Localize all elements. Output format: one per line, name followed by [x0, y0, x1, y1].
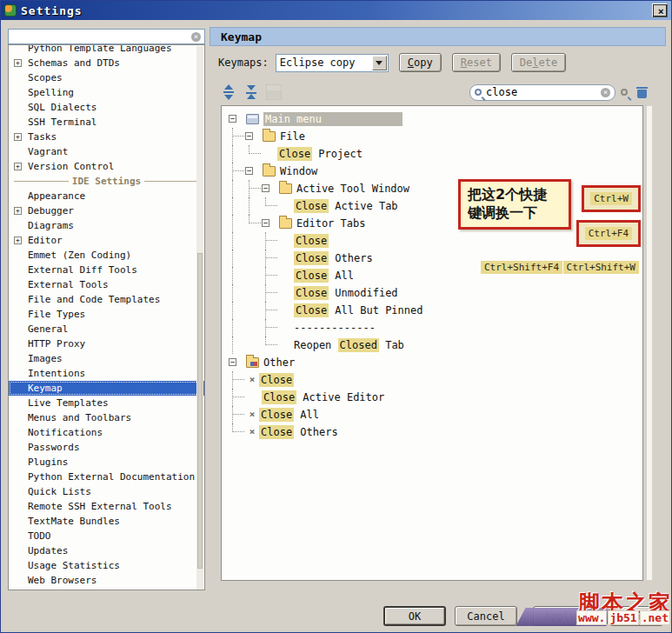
sidebar-item-file-and-code-templates[interactable]: File and Code Templates — [9, 292, 204, 307]
sidebar-item-version-control[interactable]: +Version Control — [9, 159, 204, 174]
action-search-input[interactable] — [482, 85, 601, 99]
shortcut-ctrl-shift-f4: Ctrl+Shift+F4 — [481, 261, 562, 274]
title-bar[interactable]: Settings × — [1, 1, 671, 20]
sidebar-item-plugins[interactable]: Plugins — [9, 455, 204, 470]
tree-row[interactable]: ×Close — [229, 371, 642, 389]
collapse-minus-icon[interactable]: − — [262, 184, 269, 192]
remove-x-icon: × — [245, 371, 259, 389]
sidebar-item-general[interactable]: General — [9, 322, 204, 336]
tree-row[interactable]: −Other — [229, 354, 642, 371]
keymaps-bar: Keymaps: Eclipse copy Copy Reset Delete — [210, 51, 666, 74]
sidebar-item-python-external-documentation[interactable]: Python External Documentation — [9, 470, 204, 484]
expand-plus-icon[interactable]: + — [14, 59, 22, 67]
sidebar-item-ssh-terminal[interactable]: SSH Terminal — [9, 115, 204, 130]
find-by-shortcut-icon[interactable] — [621, 89, 628, 96]
window-close-button[interactable]: × — [652, 3, 668, 17]
sidebar-item-http-proxy[interactable]: HTTP Proxy — [9, 336, 204, 351]
settings-search-input[interactable] — [12, 30, 191, 43]
tree-row[interactable]: −Window — [229, 163, 642, 180]
sidebar-item-debugger[interactable]: +Debugger — [9, 203, 204, 218]
clear-search-icon[interactable]: × — [191, 32, 201, 42]
sidebar-item-label: Spelling — [28, 87, 74, 98]
tree-row[interactable]: −File — [229, 128, 642, 145]
tree-row[interactable]: Close All But Pinned — [229, 302, 642, 319]
copy-button[interactable]: Copy — [399, 53, 442, 72]
sidebar-scrollbar[interactable] — [196, 46, 203, 590]
settings-search-box[interactable]: × — [8, 29, 205, 44]
keymap-action-tree: −Main menu−FileClose Project−Window−Acti… — [221, 105, 643, 581]
sidebar-item-updates[interactable]: Updates — [9, 543, 204, 558]
collapse-minus-icon[interactable]: − — [245, 167, 253, 175]
ok-button[interactable]: OK — [383, 606, 446, 626]
expand-all-icon[interactable] — [221, 84, 236, 100]
tree-row[interactable]: Close Unmodified — [229, 284, 642, 302]
tree-row[interactable]: Reopen Closed Tab — [229, 336, 642, 354]
sidebar-item-textmate-bundles[interactable]: TextMate Bundles — [9, 514, 204, 529]
sidebar-item-quick-lists[interactable]: Quick Lists — [9, 484, 204, 499]
sidebar-item-appearance[interactable]: Appearance — [9, 189, 204, 203]
collapse-minus-icon[interactable]: − — [245, 132, 253, 140]
sidebar-item-live-templates[interactable]: Live Templates — [9, 396, 204, 410]
sidebar-item-emmet-zen-coding-[interactable]: Emmet (Zen Coding) — [9, 248, 204, 263]
sidebar-item-vagrant[interactable]: Vagrant — [9, 144, 204, 159]
tree-row-label: ------------- — [294, 322, 376, 334]
sidebar-item-menus-and-toolbars[interactable]: Menus and Toolbars — [9, 410, 204, 425]
sidebar-scrollbar-thumb[interactable] — [197, 253, 203, 569]
sidebar-item-editor[interactable]: +Editor — [9, 233, 204, 248]
collapse-minus-icon[interactable]: − — [262, 219, 269, 227]
sidebar-item-remote-ssh-external-tools[interactable]: Remote SSH External Tools — [9, 499, 204, 514]
keymap-toolbar: × — [221, 83, 666, 102]
tree-row[interactable]: Close Active Editor — [229, 389, 642, 406]
collapse-minus-icon[interactable]: − — [229, 115, 236, 123]
delete-button[interactable]: Delete — [511, 53, 566, 72]
sidebar-item-passwords[interactable]: Passwords — [9, 440, 204, 455]
sidebar-item-label: Schemas and DTDs — [28, 57, 120, 69]
tree-row[interactable]: ×Close Others — [229, 423, 642, 441]
folder-icon — [263, 131, 276, 142]
sidebar-item-file-types[interactable]: File Types — [9, 307, 204, 322]
tree-scrollbar[interactable] — [646, 105, 653, 581]
tree-row-label: Editor Tabs — [296, 217, 365, 230]
sidebar-item-external-diff-tools[interactable]: External Diff Tools — [9, 263, 204, 277]
sidebar-item-schemas-and-dtds[interactable]: +Schemas and DTDs — [9, 56, 204, 70]
tree-row[interactable]: −Main menu — [229, 110, 642, 128]
sidebar-item-sql-dialects[interactable]: SQL Dialects — [9, 100, 204, 115]
keymap-select[interactable]: Eclipse copy — [276, 54, 389, 72]
cancel-button[interactable]: Cancel — [455, 606, 517, 626]
tree-row[interactable]: Close Project — [229, 145, 642, 163]
tree-row[interactable]: ------------- — [229, 319, 642, 336]
sidebar-item-scopes[interactable]: Scopes — [9, 70, 204, 85]
sidebar-item-label: Remote SSH External Tools — [28, 501, 172, 512]
sidebar-item-intentions[interactable]: Intentions — [9, 366, 204, 381]
clear-action-search-icon[interactable]: × — [601, 88, 610, 97]
expand-plus-icon[interactable]: + — [14, 237, 22, 244]
sidebar-item-web-browsers[interactable]: Web Browsers — [9, 573, 204, 588]
sidebar-item-diagrams[interactable]: Diagrams — [9, 218, 204, 233]
sidebar-item-images[interactable]: Images — [9, 351, 204, 366]
expand-plus-icon[interactable]: + — [14, 163, 22, 170]
sidebar-item-spelling[interactable]: Spelling — [9, 85, 204, 100]
sidebar-item-notifications[interactable]: Notifications — [9, 425, 204, 440]
sidebar-item-label: HTTP Proxy — [28, 338, 85, 350]
action-search-box[interactable]: × — [469, 84, 615, 101]
expand-plus-icon[interactable]: + — [14, 207, 22, 215]
tree-row[interactable]: −Active Tool Window — [229, 180, 642, 197]
tree-row-label: Close Unmodified — [294, 287, 398, 299]
collapse-all-icon[interactable] — [243, 84, 259, 100]
chevron-down-icon[interactable] — [372, 56, 387, 70]
sidebar-item-external-tools[interactable]: External Tools — [9, 277, 204, 292]
expand-plus-icon[interactable]: + — [14, 133, 22, 141]
sidebar-item-tasks[interactable]: +Tasks — [9, 130, 204, 144]
sidebar-item-keymap[interactable]: Keymap — [9, 381, 204, 396]
sidebar-item-label: Diagrams — [28, 220, 74, 231]
trash-icon[interactable] — [636, 87, 648, 98]
sidebar-item-label: Keymap — [28, 383, 63, 394]
sidebar-item-python-template-languages[interactable]: Python Template Languages — [9, 44, 204, 56]
sidebar-item-usage-statistics[interactable]: Usage Statistics — [9, 558, 204, 573]
sidebar-item-todo[interactable]: TODO — [9, 529, 204, 543]
tree-row[interactable]: ×Close All — [229, 406, 642, 423]
collapse-minus-icon[interactable]: − — [229, 358, 236, 366]
reset-button[interactable]: Reset — [452, 53, 501, 72]
tree-row[interactable]: Close Active Tab — [229, 197, 642, 215]
sidebar-item-label: External Diff Tools — [28, 264, 137, 276]
